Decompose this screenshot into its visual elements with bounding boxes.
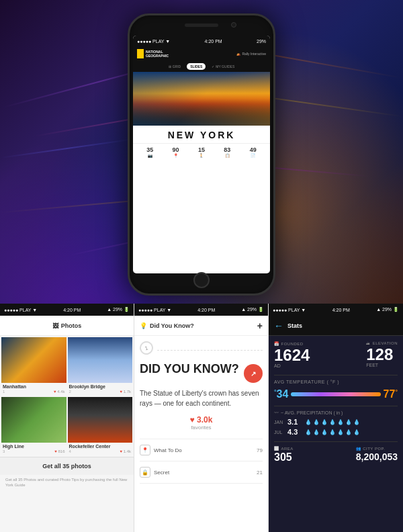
dyk-dotted-line [157, 350, 263, 351]
founded-label: 📅 FOUNDED [274, 341, 310, 346]
drop-jul-5: 💧 [337, 429, 344, 435]
phone-speaker [185, 24, 218, 27]
dyk-number-badge: 1 [138, 340, 154, 356]
photo-meta-manhattan: 1 ♥ 4.4k [1, 389, 66, 396]
photo-thumb-manhattan[interactable] [1, 337, 66, 383]
stats-divider-1 [274, 375, 398, 375]
phone-mockup: ●●●●● PLAY ▼ 4:20 PM 29% NATIONALGEOGRAP… [128, 13, 275, 296]
precip-value-jul: 4.3 [287, 428, 302, 436]
stat-walks: 15 🚶 [198, 146, 205, 158]
temp-row: °34 77° [274, 388, 398, 400]
natgeo-yellow-rect [137, 49, 144, 58]
drop-icons-jan: 💧 💧 💧 💧 💧 💧 💧 [305, 419, 360, 425]
carrier-text: ●●●●● PLAY ▼ [137, 39, 170, 44]
dyk-badge-row: 1 [140, 341, 263, 359]
stat-pages: 49 📄 [250, 146, 257, 158]
list-item[interactable]: 🔒 Secret 21 [140, 461, 263, 484]
photo-label-manhattan: Manhattan [1, 383, 66, 389]
add-icon[interactable]: + [257, 320, 263, 331]
photo-thumb-brooklyn[interactable] [68, 337, 133, 383]
what-to-do-label: What To Do [154, 447, 182, 453]
precip-section: 〰 ~ AVG. PRECIPITATION ( in ) JAN 3.1 💧 … [274, 410, 398, 436]
drop-jul-6: 💧 [345, 429, 352, 435]
share-button[interactable]: ↗ [244, 364, 263, 383]
time-text: 4:20 PM [205, 39, 222, 44]
photo-label-highline: High Line [1, 443, 66, 449]
precip-month-jul: JUL [274, 430, 285, 435]
photos-status-bar: ●●●●● PLAY ▼ 4:20 PM ▲ 29% 🔋 [0, 304, 134, 316]
photo-thumb-rockefeller[interactable] [68, 397, 133, 443]
area-label: ⬜ AREA [274, 446, 294, 451]
secret-count: 21 [257, 470, 263, 476]
drop-jul-7: 💧 [353, 429, 360, 435]
founded-unit: AD [274, 363, 310, 368]
drop-7: 💧 [353, 419, 360, 425]
list-item[interactable]: 📍 What To Do 79 [140, 439, 263, 461]
phone-tabs: ⊞ GRID SLIDES ✓ MY GUIDES [133, 61, 270, 72]
list-item: High Line 3 ♥ 816 [1, 397, 66, 455]
drop-6: 💧 [345, 419, 352, 425]
tab-grid[interactable]: ⊞ GRID [165, 63, 185, 70]
promo-text: Get all 35 Photos and curated Photo Tips… [0, 475, 134, 491]
dyk-list-left: 📍 What To Do [140, 445, 182, 455]
list-item: Rockefeller Center 4 ♥ 1.4k [68, 397, 133, 455]
stat-photos: 35 📷 [146, 146, 153, 158]
precip-label: 〰 ~ AVG. PRECIPITATION ( in ) [274, 410, 398, 415]
dyk-list-left-secret: 🔒 Secret [140, 467, 169, 478]
phone-screen: ●●●●● PLAY ▼ 4:20 PM 29% NATIONALGEOGRAP… [133, 36, 270, 273]
photo-label-rockefeller: Rockefeller Center [68, 443, 133, 449]
stat-guides: 83 📋 [224, 146, 230, 158]
stats-content: 📅 FOUNDED 1624 AD ⛰ ELEVATION 128 FEET [269, 336, 403, 532]
temp-bar-gradient [291, 392, 380, 396]
list-item: Manhattan 1 ♥ 4.4k [1, 337, 66, 396]
rally-label: ⛺ Rally Interactive [236, 52, 266, 56]
stat-elevation: ⛰ ELEVATION 128 FEET [366, 341, 398, 368]
tab-guides[interactable]: ✓ MY GUIDES [208, 63, 238, 70]
photos-grid: Manhattan 1 ♥ 4.4k Brooklyn Bridge 2 ♥ 1… [0, 336, 134, 457]
phone-hero-image [133, 72, 270, 126]
phone-home-button[interactable] [193, 272, 210, 288]
precip-row-jan: JAN 3.1 💧 💧 💧 💧 💧 💧 💧 [274, 418, 398, 426]
stat-founded: 📅 FOUNDED 1624 AD [274, 341, 310, 368]
secret-label: Secret [154, 470, 169, 476]
stats-status-bar: ●●●●● PLAY ▼ 4:20 PM ▲ 29% 🔋 [269, 304, 403, 316]
founded-value: 1624 [274, 347, 310, 363]
list-item: Brooklyn Bridge 2 ♥ 1.7k [68, 337, 133, 396]
location-icon: 📍 [140, 445, 150, 455]
dyk-list: 📍 What To Do 79 🔒 Secret 21 [140, 439, 263, 484]
drop-icons-jul: 💧 💧 💧 💧 💧 💧 💧 [305, 429, 360, 435]
phone-camera [231, 22, 236, 28]
temp-section-label: AVG TEMPERATURE ( °F ) [274, 380, 398, 384]
drop-4: 💧 [329, 419, 336, 425]
natgeo-name: NATIONALGEOGRAPHIC [146, 50, 169, 58]
drop-3: 💧 [321, 419, 328, 425]
dyk-panel-header: 💡 Did You Know? + [134, 316, 268, 336]
precip-value-jan: 3.1 [287, 418, 302, 426]
stats-panel-header: ← Stats [269, 316, 403, 336]
phone-app-header: NATIONALGEOGRAPHIC ⛺ Rally Interactive [133, 46, 270, 61]
dyk-header-left: 💡 Did You Know? [140, 322, 194, 329]
precip-month-jan: JAN [274, 420, 285, 425]
stats-top-row: 📅 FOUNDED 1624 AD ⛰ ELEVATION 128 FEET [274, 341, 398, 368]
elevation-value: 128 [366, 347, 398, 363]
stats-divider-2 [274, 406, 398, 406]
panel-did-you-know: ●●●●● PLAY ▼ 4:20 PM ▲ 29% 🔋 💡 Did You K… [134, 304, 269, 532]
temp-max-value: 77° [384, 388, 398, 400]
photo-thumb-highline[interactable] [1, 397, 66, 443]
battery-text: 29% [257, 39, 266, 44]
stat-city-pop: 👥 CITY POP. 8,200,053 [356, 446, 398, 463]
dyk-favorites: ♥ 3.0k favorites [140, 415, 263, 431]
area-value: 305 [274, 452, 294, 463]
phone-status-bar: ●●●●● PLAY ▼ 4:20 PM 29% [133, 36, 270, 46]
stat-area: ⬜ AREA 305 [274, 446, 294, 463]
drop-jul-4: 💧 [329, 429, 336, 435]
back-button[interactable]: ← [274, 320, 283, 331]
photo-label-brooklyn: Brooklyn Bridge [68, 383, 133, 389]
tab-slides[interactable]: SLIDES [187, 63, 206, 70]
photo-meta-brooklyn: 2 ♥ 1.7k [68, 389, 133, 396]
lock-icon: 🔒 [140, 467, 150, 478]
phone-stats-row: 35 📷 90 📍 15 🚶 83 📋 49 📄 [133, 143, 270, 161]
get-all-photos-button[interactable]: Get all 35 photos [0, 457, 134, 475]
city-name: NEW YORK [133, 126, 270, 143]
citypop-label: 👥 CITY POP. [356, 446, 398, 451]
